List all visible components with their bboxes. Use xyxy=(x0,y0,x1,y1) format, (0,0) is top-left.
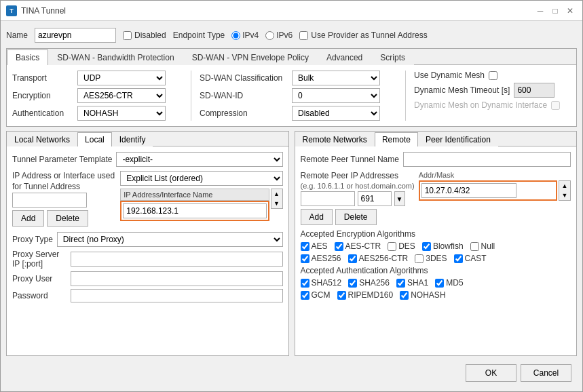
tab-identify[interactable]: Identify xyxy=(112,132,153,146)
delete-remote-ip-button[interactable]: Delete xyxy=(335,209,377,225)
algo-blowfish-checkbox[interactable] xyxy=(422,242,431,251)
ipv4-radio[interactable] xyxy=(231,31,240,40)
provider-checkbox[interactable] xyxy=(299,31,308,40)
tab-remote[interactable]: Remote xyxy=(375,132,418,146)
tab-advanced[interactable]: Advanced xyxy=(318,50,371,65)
algo-gcm-checkbox[interactable] xyxy=(301,291,309,300)
explicit-list-select[interactable]: Explicit List (ordered) xyxy=(120,171,282,186)
auth-select[interactable]: NOHASH xyxy=(77,106,166,121)
algo-aes256-ctr-checkbox[interactable] xyxy=(348,254,357,263)
algo-aes256-ctr-label: AES256-CTR xyxy=(359,254,409,263)
scroll-up-button[interactable]: ▲ xyxy=(271,189,282,199)
dynamic-mesh-timeout-input[interactable] xyxy=(514,83,554,98)
port-input[interactable] xyxy=(358,191,392,206)
algo-sha512-checkbox[interactable] xyxy=(301,279,309,288)
algo-ripemd160-checkbox[interactable] xyxy=(337,291,346,300)
tab-basics[interactable]: Basics xyxy=(7,50,48,65)
algo-gcm: GCM xyxy=(301,290,331,300)
tab-sdwan-vpn[interactable]: SD-WAN - VPN Envelope Policy xyxy=(183,50,318,65)
dynamic-mesh-on-dynamic-label: Dynamic Mesh on Dynamic Interface xyxy=(414,100,547,110)
proxy-type-label: Proxy Type xyxy=(12,235,53,244)
algo-sha512: SHA512 xyxy=(301,278,342,288)
scroll-up-remote-button[interactable]: ▲ xyxy=(559,181,570,191)
main-tabs-bar: Basics SD-WAN - Bandwidth Protection SD-… xyxy=(7,49,576,65)
scroll-down-remote-button[interactable]: ▼ xyxy=(559,191,570,200)
algo-aes-ctr-label: AES-CTR xyxy=(345,241,381,251)
tab-scripts[interactable]: Scripts xyxy=(371,50,414,65)
ip-interface-input[interactable] xyxy=(12,193,87,208)
encryption-algos-title: Accepted Encryption Algorithms xyxy=(301,229,571,239)
algo-blowfish-label: Blowfish xyxy=(433,241,464,251)
proxy-server-input[interactable] xyxy=(71,252,283,267)
local-tabs-bar: Local Networks Local Identify xyxy=(7,132,288,146)
add-remote-ip-button[interactable]: Add xyxy=(301,209,333,225)
tab-local-networks[interactable]: Local Networks xyxy=(7,132,77,146)
addr-mask-input[interactable] xyxy=(421,183,516,198)
remote-peer-ip-input[interactable] xyxy=(301,191,355,206)
cancel-button[interactable]: Cancel xyxy=(521,364,571,382)
algo-md5-label: MD5 xyxy=(446,278,463,288)
tab-local[interactable]: Local xyxy=(77,132,112,146)
proxy-type-select[interactable]: Direct (no Proxy) xyxy=(57,232,283,247)
algo-sha1: SHA1 xyxy=(396,278,428,288)
proxy-user-row: Proxy User xyxy=(12,271,283,286)
basics-content: Transport UDP Encryption AES256-CTR xyxy=(7,65,576,126)
algo-aes-checkbox[interactable] xyxy=(301,242,309,251)
algo-3des-checkbox[interactable] xyxy=(415,254,424,263)
proxy-password-input[interactable] xyxy=(71,289,283,302)
algo-aes256-checkbox[interactable] xyxy=(301,254,309,263)
encryption-select[interactable]: AES256-CTR xyxy=(77,88,166,103)
proxy-user-input[interactable] xyxy=(71,271,283,286)
window-title: TINA Tunnel xyxy=(21,6,66,16)
name-label: Name xyxy=(6,31,28,40)
port-spin-button[interactable]: ▼ xyxy=(394,191,405,206)
transport-select[interactable]: UDP xyxy=(77,71,166,85)
algo-nohash-checkbox[interactable] xyxy=(400,291,409,300)
algo-des-checkbox[interactable] xyxy=(388,242,396,251)
provider-label: Use Provider as Tunnel Address xyxy=(311,31,427,40)
algo-sha256-checkbox[interactable] xyxy=(348,279,357,288)
remote-peer-tunnel-input[interactable] xyxy=(403,152,571,167)
use-dynamic-mesh-label: Use Dynamic Mesh xyxy=(414,71,485,80)
algo-null-checkbox[interactable] xyxy=(470,242,479,251)
disabled-checkbox[interactable] xyxy=(123,31,132,40)
ipv6-radio[interactable] xyxy=(265,31,274,40)
algo-cast: CAST xyxy=(454,254,487,263)
dynamic-mesh-timeout-label: Dynamic Mesh Timeout [s] xyxy=(414,85,510,95)
maximize-button[interactable]: □ xyxy=(548,4,562,18)
algo-aes256-ctr: AES256-CTR xyxy=(348,254,409,263)
name-input[interactable] xyxy=(35,28,116,43)
sdwan-class-select[interactable]: Bulk xyxy=(292,71,380,85)
use-dynamic-mesh-checkbox[interactable] xyxy=(489,71,497,80)
main-window: T TINA Tunnel ─ □ ✕ Name Disabled Endpoi… xyxy=(0,0,583,392)
tunnel-param-select[interactable]: -explicit- xyxy=(116,152,282,167)
addr-mask-label: Addr/Mask xyxy=(419,171,571,179)
algo-md5-checkbox[interactable] xyxy=(435,279,444,288)
minimize-button[interactable]: ─ xyxy=(533,4,547,18)
close-button[interactable]: ✕ xyxy=(563,4,577,18)
compression-select[interactable]: Disabled xyxy=(292,106,380,121)
sdwan-id-select[interactable]: 0 xyxy=(292,88,380,103)
tab-peer-identification[interactable]: Peer Identification xyxy=(418,132,498,146)
algo-aes-ctr-checkbox[interactable] xyxy=(335,242,343,251)
algo-des: DES xyxy=(388,241,415,251)
add-ip-button[interactable]: Add xyxy=(12,210,44,227)
algo-sha1-label: SHA1 xyxy=(407,278,428,288)
algo-cast-checkbox[interactable] xyxy=(454,254,463,263)
auth-algos-section: Accepted Authentication Algorithms SHA51… xyxy=(301,266,571,300)
name-row: Name Disabled Endpoint Type IPv4 IPv6 Us xyxy=(6,26,577,44)
titlebar-controls: ─ □ ✕ xyxy=(533,4,577,18)
tab-remote-networks[interactable]: Remote Networks xyxy=(295,132,375,146)
algo-ripemd160-label: RIPEMD160 xyxy=(348,290,394,300)
scroll-down-button[interactable]: ▼ xyxy=(271,199,282,208)
remote-peer-tunnel-label: Remote Peer Tunnel Name xyxy=(301,155,399,164)
ip-value-input[interactable] xyxy=(123,203,266,218)
port-row: ▼ xyxy=(301,191,415,206)
auth-algos-row1: SHA512 SHA256 SHA1 xyxy=(301,278,571,288)
algo-3des: 3DES xyxy=(415,254,447,263)
tab-sdwan-bw[interactable]: SD-WAN - Bandwidth Protection xyxy=(48,50,183,65)
ok-button[interactable]: OK xyxy=(466,364,516,382)
delete-ip-button[interactable]: Delete xyxy=(47,210,88,227)
algo-sha1-checkbox[interactable] xyxy=(396,279,405,288)
local-panel-content: Tunnel Parameter Template -explicit- IP … xyxy=(7,146,288,355)
